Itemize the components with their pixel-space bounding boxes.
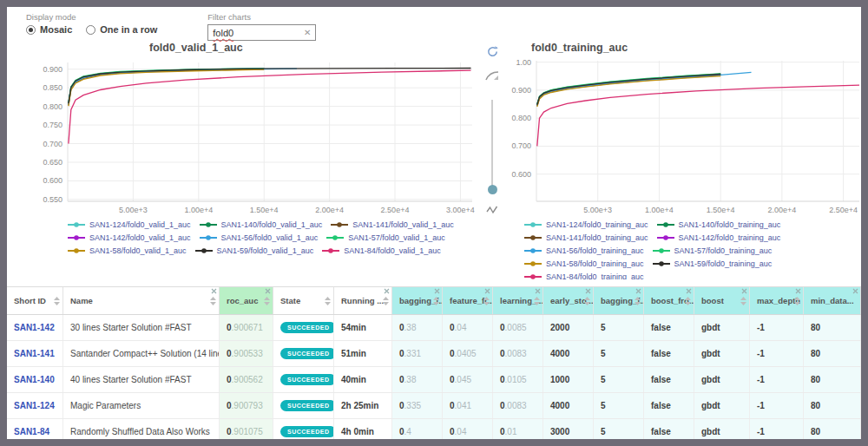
sort-icon[interactable]: [264, 297, 270, 305]
legend-item[interactable]: SAN1-141/fold0_valid_1_auc: [331, 220, 454, 229]
cell-running: 2h 25min: [334, 393, 392, 418]
cell-learning: 0.0085: [493, 315, 543, 340]
close-column-icon[interactable]: [852, 288, 858, 294]
sort-icon[interactable]: [534, 297, 540, 305]
close-column-icon[interactable]: [795, 288, 801, 294]
legend-item[interactable]: SAN1-84/fold0_training_auc: [524, 272, 644, 279]
clear-filter-icon[interactable]: ✕: [304, 28, 311, 37]
radio-selected-icon[interactable]: [26, 25, 36, 35]
column-header-learning[interactable]: learning_...: [493, 287, 543, 314]
sort-icon[interactable]: [584, 297, 590, 305]
column-header-bagging_f2[interactable]: bagging_f...: [594, 287, 644, 314]
table-row[interactable]: SAN1-141Santander Compact++ Solution (14…: [7, 341, 861, 367]
radio-mosaic-label: Mosaic: [40, 24, 72, 35]
column-header-feature_fr[interactable]: feature_fr...: [443, 287, 493, 314]
filter-input-value[interactable]: fold0: [213, 28, 304, 38]
series-marker-icon: [653, 260, 670, 267]
legend-item[interactable]: SAN1-142/fold0_training_auc: [657, 233, 781, 242]
legend-item[interactable]: SAN1-141/fold0_training_auc: [524, 233, 648, 242]
legend-item[interactable]: SAN1-57/fold0_valid_1_auc: [326, 233, 445, 242]
experiment-id-link[interactable]: SAN1-140: [14, 375, 55, 384]
chart-controls-strip: [479, 42, 505, 286]
filter-input[interactable]: fold0 ✕: [207, 24, 316, 41]
column-header-boost[interactable]: boost: [694, 287, 750, 314]
refresh-icon[interactable]: [486, 45, 499, 62]
sort-icon[interactable]: [383, 297, 389, 305]
close-column-icon[interactable]: [635, 288, 641, 294]
legend-item[interactable]: SAN1-142/fold0_valid_1_auc: [68, 233, 191, 242]
sort-icon[interactable]: [325, 297, 331, 305]
sort-icon[interactable]: [210, 297, 216, 305]
cell-state: SUCCEEDED: [273, 367, 334, 392]
sort-icon[interactable]: [54, 297, 60, 305]
legend-item[interactable]: SAN1-57/fold0_training_auc: [653, 246, 773, 255]
chart-canvas-training-auc[interactable]: 1.000.9000.8000.7000.6005.00e+31.00e+41.…: [505, 59, 861, 217]
cell-max_depth: -1: [750, 367, 804, 392]
legend-item[interactable]: SAN1-59/fold0_training_auc: [653, 259, 773, 268]
legend-item[interactable]: SAN1-56/fold0_valid_1_auc: [200, 233, 319, 242]
legend-item[interactable]: SAN1-59/fold0_valid_1_auc: [195, 246, 314, 255]
legend-item[interactable]: SAN1-58/fold0_valid_1_auc: [68, 246, 187, 255]
chart-line-icon[interactable]: [486, 202, 498, 218]
cell-running: 4h 0min: [334, 419, 392, 439]
svg-text:5.00e+3: 5.00e+3: [119, 206, 148, 214]
close-column-icon[interactable]: [384, 288, 390, 294]
legend-item[interactable]: SAN1-58/fold0_training_auc: [524, 259, 644, 268]
close-column-icon[interactable]: [535, 288, 541, 294]
legend-item[interactable]: SAN1-124/fold0_training_auc: [524, 220, 648, 229]
legend-item[interactable]: SAN1-140/fold0_training_auc: [657, 220, 781, 229]
close-column-icon[interactable]: [585, 288, 591, 294]
legend-item[interactable]: SAN1-124/fold0_valid_1_auc: [68, 220, 191, 229]
close-column-icon[interactable]: [686, 288, 692, 294]
column-header-bagging_f1[interactable]: bagging_f...: [392, 287, 443, 314]
table-row[interactable]: SAN1-14230 lines Starter Solution #FAST0…: [7, 315, 861, 341]
close-column-icon[interactable]: [484, 288, 490, 294]
sort-icon[interactable]: [433, 297, 439, 305]
sort-icon[interactable]: [685, 297, 691, 305]
sort-icon[interactable]: [794, 297, 800, 305]
close-column-icon[interactable]: [265, 288, 271, 294]
experiment-id-link[interactable]: SAN1-124: [14, 401, 55, 410]
close-column-icon[interactable]: [434, 288, 440, 294]
legend-item[interactable]: SAN1-140/fold0_valid_1_auc: [200, 220, 323, 229]
table-row[interactable]: SAN1-14040 lines Starter Solution #FAST0…: [7, 367, 861, 393]
series-marker-icon: [524, 260, 542, 267]
legend-item[interactable]: SAN1-84/fold0_valid_1_auc: [322, 246, 441, 255]
smoothing-icon[interactable]: [485, 69, 499, 84]
chart-legend: SAN1-124/fold0_training_aucSAN1-140/fold…: [505, 220, 861, 279]
radio-unselected-icon[interactable]: [86, 25, 95, 35]
column-header-short_id[interactable]: Short ID: [7, 287, 63, 314]
sort-icon[interactable]: [635, 297, 641, 305]
column-header-max_depth[interactable]: max_depth: [750, 287, 804, 314]
svg-text:0.550: 0.550: [43, 195, 62, 204]
sort-icon[interactable]: [483, 297, 490, 305]
column-header-running[interactable]: Running ...: [334, 287, 392, 314]
experiment-id-link[interactable]: SAN1-142: [14, 323, 55, 332]
legend-item[interactable]: SAN1-56/fold0_training_auc: [524, 246, 644, 255]
column-header-min_data[interactable]: min_data...: [804, 287, 861, 314]
column-header-roc_auc[interactable]: roc_auc: [220, 287, 273, 314]
radio-mosaic[interactable]: Mosaic: [26, 24, 72, 35]
column-header-name[interactable]: Name: [63, 287, 220, 314]
svg-text:0.900: 0.900: [43, 65, 62, 74]
experiment-id-link[interactable]: SAN1-84: [14, 427, 49, 436]
legend-label: SAN1-57/fold0_training_auc: [674, 246, 773, 255]
close-column-icon[interactable]: [741, 288, 747, 294]
svg-text:3.00e+4: 3.00e+4: [446, 206, 475, 214]
column-header-early_sto[interactable]: early_sto...: [543, 287, 594, 314]
cell-min_data: 80: [804, 315, 861, 340]
experiment-id-link[interactable]: SAN1-141: [14, 349, 55, 358]
cell-roc_auc: 0.900562: [220, 367, 273, 392]
chart-canvas-valid-auc[interactable]: 0.9000.8500.8000.7500.7000.6500.6000.550…: [17, 59, 479, 217]
table-row[interactable]: SAN1-124Magic Parameters0.900793SUCCEEDE…: [7, 393, 861, 419]
close-column-icon[interactable]: [211, 288, 217, 294]
smoothing-slider-knob[interactable]: [488, 185, 497, 194]
column-header-state[interactable]: State: [273, 287, 334, 314]
column-header-boost_fro[interactable]: boost_fro...: [644, 287, 694, 314]
table-row[interactable]: SAN1-84Randomly Shuffled Data Also Works…: [7, 419, 861, 439]
radio-one-in-a-row[interactable]: One in a row: [86, 24, 157, 35]
legend-label: SAN1-56/fold0_valid_1_auc: [221, 233, 319, 242]
sort-icon[interactable]: [740, 297, 746, 305]
cell-max_depth: -1: [750, 419, 804, 439]
smoothing-slider[interactable]: [491, 100, 493, 190]
